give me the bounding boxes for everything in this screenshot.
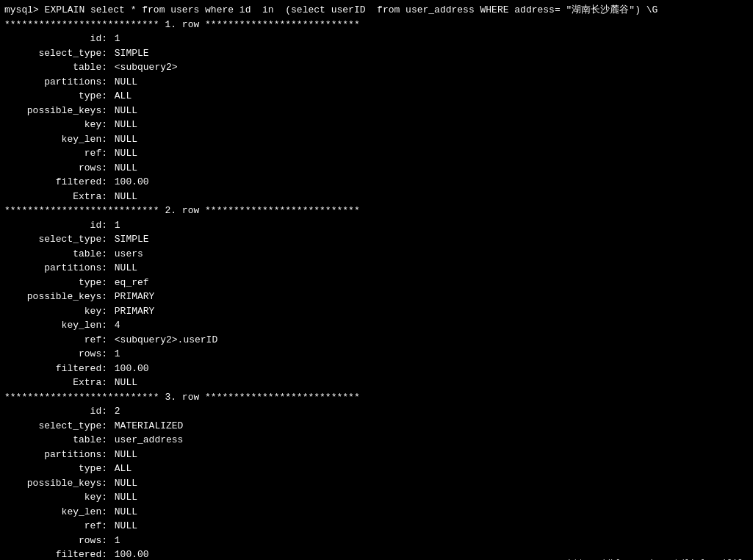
field-value: NULL	[107, 190, 137, 204]
field-name: key:	[4, 490, 107, 505]
field-row: type: ALL	[4, 462, 749, 476]
field-row: ref: NULL	[4, 519, 749, 534]
field-row: possible_keys: NULL	[4, 104, 749, 118]
field-name: id:	[4, 32, 107, 46]
field-name: possible_keys:	[4, 476, 107, 491]
field-name: Extra:	[4, 190, 107, 204]
field-name: id:	[4, 404, 107, 419]
field-value: NULL	[107, 161, 137, 176]
field-value: 100.00	[107, 175, 149, 190]
field-name: key_len:	[4, 318, 107, 333]
field-row: filtered: 100.00	[4, 362, 749, 376]
field-name: filtered:	[4, 362, 107, 376]
field-name: select_type:	[4, 232, 107, 247]
field-name: key_len:	[4, 505, 107, 520]
field-value: NULL	[107, 448, 137, 462]
field-name: Extra:	[4, 376, 107, 390]
field-row: select_type: SIMPLE	[4, 232, 749, 247]
field-value: SIMPLE	[107, 46, 149, 61]
field-row: select_type: SIMPLE	[4, 46, 749, 61]
field-value: NULL	[107, 75, 137, 90]
field-value: NULL	[107, 146, 137, 161]
field-value: PRIMARY	[107, 304, 154, 319]
row-separator: *************************** 2. row *****…	[4, 204, 749, 218]
field-row: partitions: NULL	[4, 75, 749, 90]
watermark: https://blog.csdn.net/liulong1010	[568, 557, 743, 560]
field-value: <subquery2>	[107, 60, 178, 75]
field-name: table:	[4, 247, 107, 262]
field-value: MATERIALIZED	[107, 419, 183, 434]
field-name: type:	[4, 89, 107, 104]
field-value: <subquery2>.userID	[107, 333, 217, 348]
field-row: id: 1	[4, 218, 749, 233]
field-row: rows: 1	[4, 347, 749, 362]
field-row: table: user_address	[4, 433, 749, 448]
field-row: table: users	[4, 247, 749, 262]
row-separator: *************************** 1. row *****…	[4, 18, 749, 32]
field-row: rows: 1	[4, 534, 749, 548]
field-value: NULL	[107, 376, 137, 390]
field-value: ALL	[107, 462, 131, 476]
field-name: key:	[4, 118, 107, 132]
field-name: select_type:	[4, 419, 107, 434]
field-row: Extra: NULL	[4, 376, 749, 390]
field-row: possible_keys: NULL	[4, 476, 749, 491]
field-value: 1	[107, 218, 120, 233]
field-value: NULL	[107, 104, 137, 118]
field-name: select_type:	[4, 46, 107, 61]
field-value: 1	[107, 534, 120, 548]
field-row: key_len: NULL	[4, 132, 749, 147]
field-row: id: 1	[4, 32, 749, 46]
field-value: PRIMARY	[107, 290, 154, 304]
field-name: key_len:	[4, 132, 107, 147]
field-name: ref:	[4, 146, 107, 161]
field-value: users	[107, 247, 143, 262]
field-name: possible_keys:	[4, 104, 107, 118]
field-name: rows:	[4, 347, 107, 362]
field-value: 2	[107, 404, 120, 419]
field-value: 1	[107, 347, 120, 362]
field-name: partitions:	[4, 75, 107, 90]
field-value: 100.00	[107, 548, 149, 560]
field-name: filtered:	[4, 175, 107, 190]
field-row: partitions: NULL	[4, 448, 749, 462]
field-value: 100.00	[107, 362, 149, 376]
field-row: id: 2	[4, 404, 749, 419]
field-row: ref: NULL	[4, 146, 749, 161]
field-row: possible_keys: PRIMARY	[4, 290, 749, 304]
command-line: mysql> EXPLAIN select * from users where…	[4, 3, 749, 18]
field-value: NULL	[107, 118, 137, 132]
field-row: rows: NULL	[4, 161, 749, 176]
field-row: key: NULL	[4, 118, 749, 132]
field-row: Extra: NULL	[4, 190, 749, 204]
field-row: type: ALL	[4, 89, 749, 104]
rows-container: *************************** 1. row *****…	[4, 18, 749, 561]
field-row: key_len: NULL	[4, 505, 749, 520]
field-value: NULL	[107, 261, 137, 276]
field-row: key: NULL	[4, 490, 749, 505]
field-row: type: eq_ref	[4, 276, 749, 290]
field-name: filtered:	[4, 548, 107, 560]
field-value: 4	[107, 318, 120, 333]
field-name: ref:	[4, 519, 107, 534]
field-row: table: <subquery2>	[4, 60, 749, 75]
field-name: possible_keys:	[4, 290, 107, 304]
field-value: NULL	[107, 505, 137, 520]
field-name: rows:	[4, 534, 107, 548]
field-value: NULL	[107, 476, 137, 491]
field-value: NULL	[107, 132, 137, 147]
field-value: eq_ref	[107, 276, 149, 290]
field-row: filtered: 100.00	[4, 175, 749, 190]
field-value: NULL	[107, 490, 137, 505]
field-name: type:	[4, 276, 107, 290]
field-row: select_type: MATERIALIZED	[4, 419, 749, 434]
field-value: SIMPLE	[107, 232, 149, 247]
field-name: table:	[4, 60, 107, 75]
field-value: 1	[107, 32, 120, 46]
field-name: rows:	[4, 161, 107, 176]
field-row: key_len: 4	[4, 318, 749, 333]
field-value: ALL	[107, 89, 131, 104]
field-name: partitions:	[4, 261, 107, 276]
field-value: NULL	[107, 519, 137, 534]
field-name: table:	[4, 433, 107, 448]
